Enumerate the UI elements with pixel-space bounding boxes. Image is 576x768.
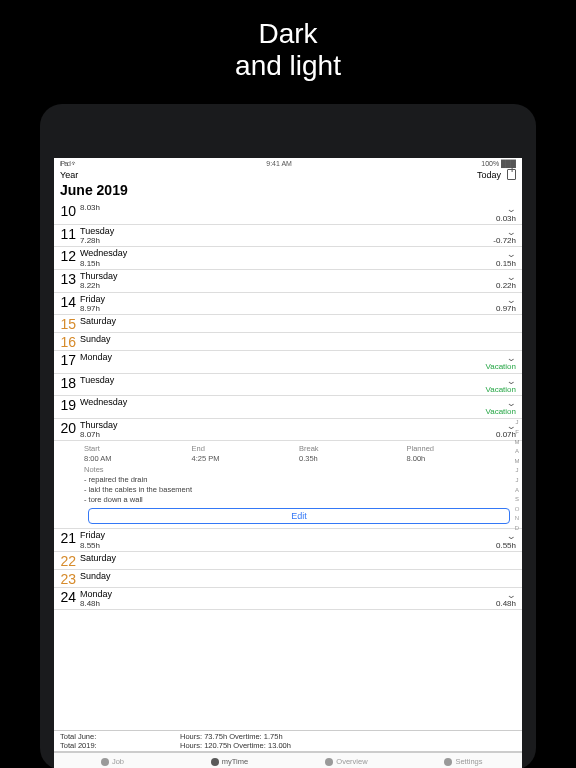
day-name: Monday <box>80 352 485 362</box>
tablet-frame: iPad ᯤ 9:41 AM 100% ███ Year Today June … <box>40 104 536 768</box>
chevron-down-icon: ⌄ <box>506 227 517 237</box>
day-diff: 0.22h <box>496 281 516 290</box>
total-year-label: Total 2019: <box>60 741 180 750</box>
tab-overview[interactable]: Overview <box>288 753 405 768</box>
promo-title: Dark and light <box>0 0 576 104</box>
day-row[interactable]: 11Tuesday7.28h⌄-0.72h <box>54 225 522 248</box>
day-number: 12 <box>58 248 80 263</box>
chevron-down-icon: ⌄ <box>506 376 517 386</box>
day-detail: Start End Break Planned 8:00 AM 4:25 PM … <box>54 441 522 529</box>
day-row[interactable]: 20Thursday8.07h⌄0.07h <box>54 419 522 442</box>
day-hours: 8.97h <box>80 304 496 313</box>
total-month-value: Hours: 73.75h Overtime: 1.75h <box>180 732 283 741</box>
edit-button[interactable]: Edit <box>88 508 510 524</box>
day-number: 22 <box>58 553 80 568</box>
day-name: Sunday <box>80 571 516 581</box>
day-number: 15 <box>58 316 80 331</box>
day-number: 13 <box>58 271 80 286</box>
day-row: 23Sunday <box>54 570 522 588</box>
totals: Total June:Hours: 73.75h Overtime: 1.75h… <box>54 730 522 752</box>
day-name: Tuesday <box>80 226 493 236</box>
vacation-badge: Vacation <box>485 385 516 394</box>
clock-icon <box>211 758 219 766</box>
today-button[interactable]: Today <box>477 170 501 180</box>
chevron-down-icon: ⌄ <box>506 204 517 214</box>
day-diff: 0.48h <box>496 599 516 608</box>
val-break: 0.35h <box>299 454 407 465</box>
chevron-down-icon: ⌄ <box>506 590 517 600</box>
day-name: Tuesday <box>80 375 485 385</box>
page-title: June 2019 <box>54 182 522 202</box>
gear-icon <box>444 758 452 766</box>
day-name: Saturday <box>80 316 516 326</box>
tab-job[interactable]: Job <box>54 753 171 768</box>
day-number: 21 <box>58 530 80 545</box>
chevron-down-icon: ⌄ <box>506 353 517 363</box>
month-rail[interactable]: JFMAMJJASOND <box>513 418 521 533</box>
day-row[interactable]: 17Monday⌄Vacation <box>54 351 522 374</box>
day-diff: 0.55h <box>496 541 516 550</box>
chevron-down-icon: ⌄ <box>506 398 517 408</box>
day-name: Saturday <box>80 553 516 563</box>
day-diff: 0.15h <box>496 259 516 268</box>
day-row[interactable]: 108.03h⌄0.03h <box>54 202 522 225</box>
day-hours: 7.28h <box>80 236 493 245</box>
notes-label: Notes <box>84 465 514 474</box>
chart-icon <box>325 758 333 766</box>
day-name: Friday <box>80 294 496 304</box>
day-hours: 8.15h <box>80 259 496 268</box>
day-diff: 0.97h <box>496 304 516 313</box>
day-hours: 8.03h <box>80 203 496 212</box>
vacation-badge: Vacation <box>485 407 516 416</box>
chevron-down-icon: ⌄ <box>506 295 517 305</box>
day-row[interactable]: 24Monday8.48h⌄0.48h <box>54 588 522 611</box>
total-month-label: Total June: <box>60 732 180 741</box>
day-diff: 0.03h <box>496 214 516 223</box>
day-name: Thursday <box>80 271 496 281</box>
back-button[interactable]: Year <box>60 170 78 180</box>
col-planned: Planned <box>407 444 515 454</box>
app-screen: iPad ᯤ 9:41 AM 100% ███ Year Today June … <box>54 158 522 768</box>
nav-bar: Year Today <box>54 169 522 182</box>
share-icon[interactable] <box>507 169 516 180</box>
day-number: 19 <box>58 397 80 412</box>
day-name: Sunday <box>80 334 516 344</box>
col-start: Start <box>84 444 192 454</box>
day-hours: 8.07h <box>80 430 496 439</box>
day-name: Wednesday <box>80 397 485 407</box>
day-row[interactable]: 14Friday8.97h⌄0.97h <box>54 293 522 316</box>
day-number: 20 <box>58 420 80 435</box>
tab-mytime[interactable]: myTime <box>171 753 288 768</box>
day-number: 11 <box>58 226 80 241</box>
day-name: Friday <box>80 530 496 540</box>
chevron-down-icon: ⌄ <box>506 249 517 259</box>
day-number: 24 <box>58 589 80 604</box>
val-planned: 8.00h <box>407 454 515 465</box>
day-hours: 8.55h <box>80 541 496 550</box>
day-name: Wednesday <box>80 248 496 258</box>
day-row: 15Saturday <box>54 315 522 333</box>
day-hours: 8.48h <box>80 599 496 608</box>
day-name: Monday <box>80 589 496 599</box>
day-number: 10 <box>58 203 80 218</box>
day-row[interactable]: 12Wednesday8.15h⌄0.15h <box>54 247 522 270</box>
day-row[interactable]: 18Tuesday⌄Vacation <box>54 374 522 397</box>
status-left: iPad ᯤ <box>60 160 77 167</box>
day-row: 16Sunday <box>54 333 522 351</box>
day-number: 23 <box>58 571 80 586</box>
day-row[interactable]: 21Friday8.55h⌄0.55h <box>54 529 522 552</box>
day-number: 18 <box>58 375 80 390</box>
val-end: 4:25 PM <box>192 454 300 465</box>
total-year-value: Hours: 120.75h Overtime: 13.00h <box>180 741 291 750</box>
wrench-icon <box>101 758 109 766</box>
day-hours: 8.22h <box>80 281 496 290</box>
day-diff: -0.72h <box>493 236 516 245</box>
day-row[interactable]: 19Wednesday⌄Vacation <box>54 396 522 419</box>
notes-body: - repaired the drain- laid the cables in… <box>84 474 514 508</box>
day-row: 22Saturday <box>54 552 522 570</box>
tab-settings[interactable]: Settings <box>405 753 522 768</box>
tab-bar: Job myTime Overview Settings <box>54 752 522 768</box>
day-row[interactable]: 13Thursday8.22h⌄0.22h <box>54 270 522 293</box>
status-time: 9:41 AM <box>266 160 292 167</box>
day-number: 14 <box>58 294 80 309</box>
